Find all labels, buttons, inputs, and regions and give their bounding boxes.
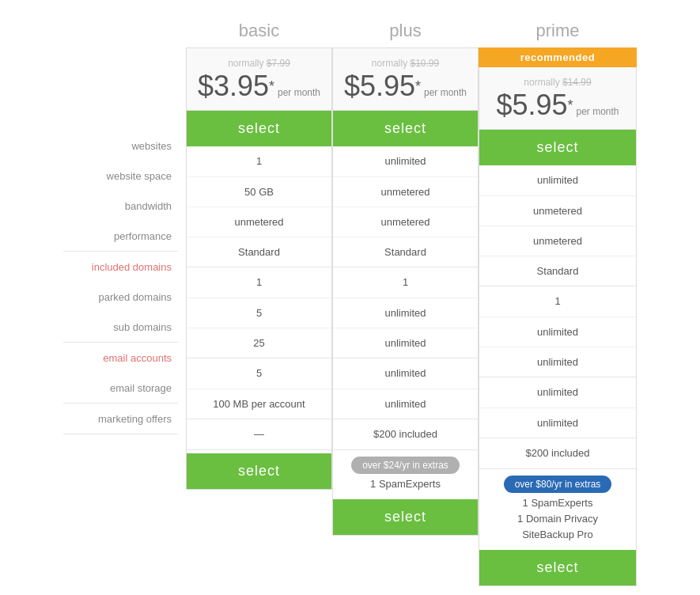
basic-performance-value: Standard	[187, 237, 331, 267]
plus-performance-value: Standard	[333, 237, 478, 267]
prime-sub-domains-value: unlimited	[479, 347, 636, 377]
basic-per-month: per month	[278, 87, 320, 98]
prime-extras-item-1: 1 Domain Privacy	[517, 513, 598, 525]
bandwidth-label: bandwidth	[63, 191, 178, 221]
basic-select-top-button[interactable]: select	[187, 111, 331, 146]
websites-label: websites	[63, 131, 178, 161]
plus-normally: normally $10.99	[333, 58, 478, 69]
basic-plan-card: normally $7.99 $3.95* per month select 1…	[186, 47, 332, 490]
prime-select-top-button[interactable]: select	[479, 130, 636, 165]
prime-plan-column: prime recommended normally $14.99 $5.95*…	[479, 16, 637, 586]
prime-website-group: unlimited unmetered unmetered Standard	[479, 165, 636, 286]
basic-websites-value: 1	[187, 146, 331, 176]
basic-bandwidth-value: unmetered	[187, 207, 331, 237]
plus-email-accounts-value: unlimited	[333, 358, 478, 388]
prime-price-display: $5.95* per month	[479, 89, 636, 121]
plus-websites-value: unlimited	[333, 146, 478, 176]
prime-asterisk: *	[568, 97, 573, 113]
email-group-labels: email accounts email storage	[63, 343, 178, 404]
prime-original-price: $14.99	[562, 77, 592, 88]
basic-email-storage-value: 100 MB per account	[187, 388, 331, 419]
basic-marketing-group: —	[187, 419, 331, 450]
basic-marketing-offers-value: —	[187, 419, 331, 449]
plus-per-month: per month	[424, 87, 467, 98]
plus-asterisk: *	[415, 78, 421, 94]
basic-select-bottom-button[interactable]: select	[187, 453, 331, 489]
plus-email-group: unlimited unlimited	[333, 358, 478, 419]
prime-email-storage-value: unlimited	[479, 407, 636, 438]
plus-select-top-button[interactable]: select	[333, 111, 478, 146]
plus-extras-item-0: 1 SpamExperts	[370, 478, 441, 490]
plus-marketing-offers-value: $200 included	[333, 419, 478, 449]
plus-domains-group: 1 unlimited unlimited	[333, 267, 478, 358]
basic-domains-group: 1 5 25	[187, 267, 331, 358]
prime-marketing-offers-value: $200 included	[479, 438, 636, 468]
prime-websites-value: unlimited	[479, 165, 636, 195]
plus-website-group: unlimited unmetered unmetered Standard	[333, 146, 478, 267]
prime-recommended-badge: recommended	[479, 47, 637, 67]
plus-plan-card: normally $10.99 $5.95* per month select …	[332, 47, 479, 536]
parked-domains-label: parked domains	[63, 282, 178, 312]
email-storage-label: email storage	[63, 373, 178, 403]
basic-original-price: $7.99	[267, 58, 290, 69]
basic-plan-title: basic	[239, 16, 279, 47]
website-space-label: website space	[63, 161, 178, 191]
prime-parked-domains-value: unlimited	[479, 316, 636, 347]
plus-sub-domains-value: unlimited	[333, 328, 478, 358]
prime-website-space-value: unmetered	[479, 195, 636, 225]
prime-price-section: normally $14.99 $5.95* per month	[479, 67, 636, 130]
prime-plan-title: prime	[535, 16, 579, 47]
prime-select-bottom-button[interactable]: select	[479, 550, 636, 586]
plus-extras-section: over $24/yr in extras 1 SpamExperts	[333, 450, 478, 496]
basic-price-big: $3.95	[198, 70, 269, 102]
marketing-group-labels: marketing offers	[63, 404, 178, 434]
plus-website-space-value: unmetered	[333, 176, 478, 207]
included-domains-label: included domains	[63, 252, 178, 282]
plus-price-display: $5.95* per month	[333, 70, 478, 102]
email-accounts-label: email accounts	[63, 343, 178, 373]
prime-extras-item-2: SiteBackup Pro	[522, 529, 593, 540]
prime-included-domains-value: 1	[479, 286, 636, 316]
basic-email-group: 5 100 MB per account	[187, 358, 331, 419]
prime-extras-item-0: 1 SpamExperts	[523, 497, 593, 509]
basic-email-accounts-value: 5	[187, 358, 331, 388]
basic-included-domains-value: 1	[187, 267, 331, 298]
plus-email-storage-value: unlimited	[333, 388, 478, 419]
plus-marketing-group: $200 included	[333, 419, 478, 450]
prime-normally: normally $14.99	[479, 77, 636, 88]
prime-extras-badge: over $80/yr in extras	[504, 476, 612, 493]
plus-bandwidth-value: unmetered	[333, 207, 478, 237]
prime-price-big: $5.95	[496, 89, 567, 121]
domains-group-labels: included domains parked domains sub doma…	[63, 252, 178, 343]
basic-parked-domains-value: 5	[187, 298, 331, 328]
basic-website-space-value: 50 GB	[187, 176, 331, 207]
plus-parked-domains-value: unlimited	[333, 298, 478, 328]
basic-price-display: $3.95* per month	[187, 70, 331, 102]
prime-marketing-group: $200 included	[479, 438, 636, 469]
prime-plan-card: normally $14.99 $5.95* per month select …	[479, 67, 637, 586]
prime-email-accounts-value: unlimited	[479, 377, 636, 407]
basic-normally: normally $7.99	[187, 58, 331, 69]
plus-price-section: normally $10.99 $5.95* per month	[333, 48, 478, 111]
prime-domains-group: 1 unlimited unlimited	[479, 286, 636, 377]
basic-plan-column: basic normally $7.99 $3.95* per month se…	[186, 16, 332, 490]
pricing-table: websites website space bandwidth perform…	[16, 16, 684, 586]
plus-select-bottom-button[interactable]: select	[333, 499, 478, 535]
performance-label: performance	[63, 221, 178, 251]
prime-email-group: unlimited unlimited	[479, 377, 636, 438]
prime-per-month: per month	[576, 106, 619, 117]
plus-included-domains-value: 1	[333, 267, 478, 298]
sub-domains-label: sub domains	[63, 312, 178, 342]
prime-bandwidth-value: unmetered	[479, 225, 636, 256]
basic-website-group: 1 50 GB unmetered Standard	[187, 146, 331, 267]
website-group-labels: websites website space bandwidth perform…	[63, 131, 178, 252]
basic-asterisk: *	[269, 78, 274, 94]
plus-price-big: $5.95	[344, 70, 415, 102]
plus-original-price: $10.99	[411, 58, 440, 69]
prime-performance-value: Standard	[479, 256, 636, 286]
plus-plan-column: plus normally $10.99 $5.95* per month se…	[332, 16, 479, 536]
prime-extras-section: over $80/yr in extras 1 SpamExperts 1 Do…	[479, 469, 636, 547]
basic-price-section: normally $7.99 $3.95* per month	[187, 48, 331, 111]
marketing-offers-label: marketing offers	[63, 404, 178, 434]
plus-extras-badge: over $24/yr in extras	[351, 457, 460, 474]
